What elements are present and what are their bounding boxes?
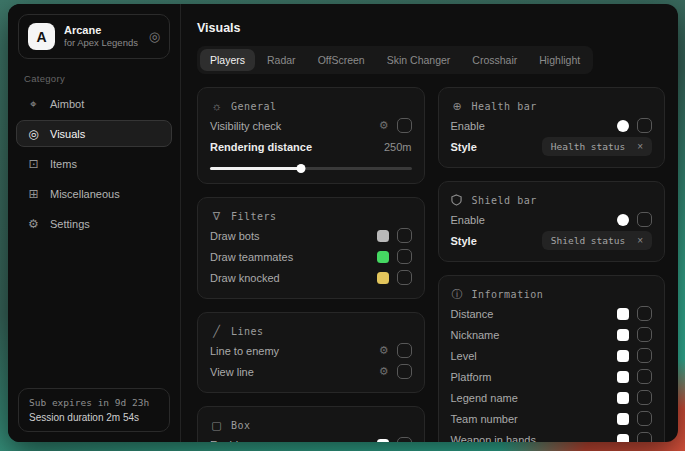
panel-title: Health bar <box>472 101 537 112</box>
tab-highlight[interactable]: Highlight <box>529 49 590 71</box>
setting-row: Legend name <box>451 387 653 408</box>
checkbox[interactable] <box>397 118 412 133</box>
clear-icon[interactable]: × <box>637 236 643 246</box>
select-value: Shield status <box>551 235 625 246</box>
setting-row: Draw teammates <box>210 246 412 267</box>
row-controls: ⚙ <box>379 343 412 358</box>
line-icon: ╱ <box>210 325 223 338</box>
checkbox[interactable] <box>397 437 412 442</box>
sidebar-item-settings[interactable]: ⚙Settings <box>16 210 172 237</box>
setting-row: Enable <box>451 209 653 230</box>
slider-value: 250m <box>384 141 412 153</box>
color-swatch[interactable] <box>617 434 629 443</box>
checkbox[interactable] <box>397 228 412 243</box>
tab-radar[interactable]: Radar <box>257 49 306 71</box>
row-controls <box>617 432 652 442</box>
setting-row: Enable <box>451 115 653 136</box>
checkbox[interactable] <box>637 390 652 405</box>
sidebar-item-miscellaneous[interactable]: ⊞Miscellaneous <box>16 180 172 207</box>
shield-icon <box>451 194 464 206</box>
checkbox[interactable] <box>637 432 652 442</box>
rendering-distance-slider[interactable] <box>210 164 412 173</box>
setting-row: Team number <box>451 408 653 429</box>
checkbox[interactable] <box>397 249 412 264</box>
tab-skin-changer[interactable]: Skin Changer <box>377 49 461 71</box>
checkbox[interactable] <box>637 212 652 227</box>
color-swatch[interactable] <box>617 350 629 362</box>
right-column: ⊕Health barEnableStyleHealth status×Shie… <box>438 87 666 442</box>
sidebar-item-label: Aimbot <box>50 98 84 110</box>
sidebar-item-aimbot[interactable]: ⌖Aimbot <box>16 90 172 117</box>
slider-thumb[interactable] <box>296 164 305 173</box>
setting-row: Distance <box>451 303 653 324</box>
tab-offscreen[interactable]: OffScreen <box>308 49 375 71</box>
setting-label: Enable <box>451 214 485 226</box>
style-select[interactable]: Shield status× <box>542 231 652 250</box>
color-swatch[interactable] <box>377 439 389 443</box>
setting-row: View line⚙ <box>210 361 412 382</box>
style-select[interactable]: Health status× <box>542 137 652 156</box>
checkbox[interactable] <box>397 364 412 379</box>
row-controls <box>617 306 652 321</box>
row-controls <box>377 270 412 285</box>
setting-row: Enable <box>210 434 412 442</box>
tab-players[interactable]: Players <box>200 49 255 71</box>
color-swatch[interactable] <box>617 392 629 404</box>
panel-lines: ╱LinesLine to enemy⚙View line⚙ <box>197 312 425 393</box>
setting-row: StyleHealth status× <box>451 136 653 157</box>
tab-crosshair[interactable]: Crosshair <box>462 49 527 71</box>
row-controls <box>617 369 652 384</box>
health-icon: ⊕ <box>451 100 464 113</box>
sidebar-item-label: Items <box>50 158 77 170</box>
checkbox[interactable] <box>637 348 652 363</box>
color-swatch[interactable] <box>617 413 629 425</box>
checkbox[interactable] <box>637 306 652 321</box>
clear-icon[interactable]: × <box>637 142 643 152</box>
setting-label: Weapon in hands <box>451 434 536 443</box>
color-swatch[interactable] <box>617 120 629 132</box>
gear-icon[interactable]: ⚙ <box>379 344 389 357</box>
setting-label: Visibility check <box>210 120 281 132</box>
panel-title: Box <box>231 420 251 431</box>
color-swatch[interactable] <box>617 329 629 341</box>
setting-label: View line <box>210 366 254 378</box>
setting-row: Visibility check⚙ <box>210 115 412 136</box>
color-swatch[interactable] <box>617 371 629 383</box>
panel-header: ∇Filters <box>210 207 412 225</box>
color-swatch[interactable] <box>617 214 629 226</box>
panel-header: ╱Lines <box>210 322 412 340</box>
app-logo: A <box>28 23 55 50</box>
color-swatch[interactable] <box>617 308 629 320</box>
setting-row: Draw bots <box>210 225 412 246</box>
row-controls <box>617 411 652 426</box>
sidebar-item-items[interactable]: ⊡Items <box>16 150 172 177</box>
row-controls: Shield status× <box>542 231 652 250</box>
sub-expiry-text: Sub expires in 9d 23h <box>29 397 159 408</box>
row-controls <box>617 212 652 227</box>
box-icon: ▢ <box>210 419 223 432</box>
sidebar-item-visuals[interactable]: ◎Visuals <box>16 120 172 147</box>
page-title: Visuals <box>197 21 665 35</box>
panel-filters: ∇FiltersDraw botsDraw teammatesDraw knoc… <box>197 197 425 299</box>
checkbox[interactable] <box>397 270 412 285</box>
setting-label: Draw teammates <box>210 251 293 263</box>
color-swatch[interactable] <box>377 272 389 284</box>
gear-icon[interactable]: ⚙ <box>379 365 389 378</box>
checkbox[interactable] <box>637 118 652 133</box>
row-controls <box>377 249 412 264</box>
color-swatch[interactable] <box>377 251 389 263</box>
checkbox[interactable] <box>637 369 652 384</box>
checkbox[interactable] <box>637 327 652 342</box>
slider-fill <box>210 167 301 170</box>
color-swatch[interactable] <box>377 230 389 242</box>
row-controls: ⚙ <box>379 118 412 133</box>
panel-header: ☼General <box>210 97 412 115</box>
panel-header: Shield bar <box>451 191 653 209</box>
checkbox[interactable] <box>397 343 412 358</box>
setting-label: Style <box>451 235 477 247</box>
checkbox[interactable] <box>637 411 652 426</box>
gear-icon[interactable]: ⚙ <box>379 119 389 132</box>
row-controls: 250m <box>384 141 412 153</box>
setting-row: Draw knocked <box>210 267 412 288</box>
target-icon[interactable]: ◎ <box>149 29 160 44</box>
